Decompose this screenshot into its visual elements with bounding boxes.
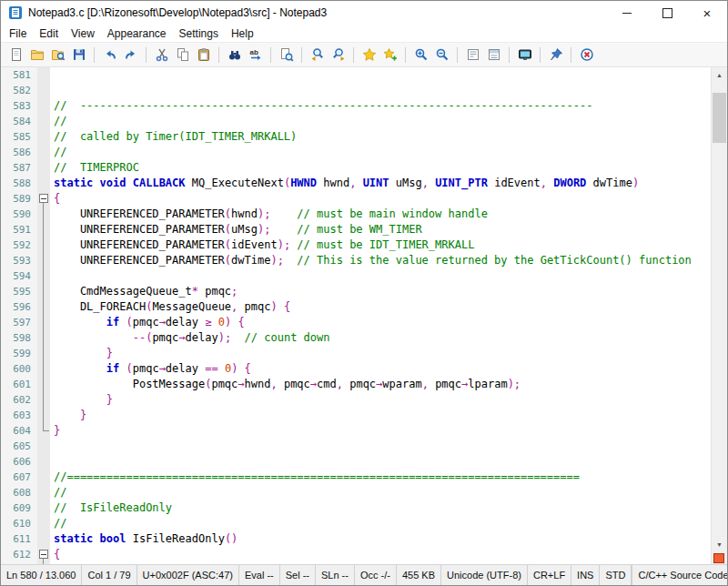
code-line[interactable]: 594 <box>1 268 712 284</box>
code-line[interactable]: 588static void CALLBACK MQ_ExecuteNext(H… <box>1 176 712 191</box>
menu-file[interactable]: File <box>3 25 33 42</box>
cut-button[interactable] <box>151 45 172 65</box>
scheme-view-button[interactable] <box>462 45 483 65</box>
code-line[interactable]: 589{ <box>1 191 712 207</box>
line-number[interactable]: 600 <box>1 361 37 377</box>
code-line[interactable]: 608// <box>1 485 712 500</box>
line-number[interactable]: 602 <box>1 392 37 408</box>
statusbar-eval-info[interactable]: Eval -- <box>239 565 280 585</box>
line-number[interactable]: 583 <box>1 98 37 114</box>
code-line[interactable]: 581 <box>1 67 712 83</box>
menu-settings[interactable]: Settings <box>173 25 225 42</box>
code-line[interactable]: 613 return (Path_IsNotEmpty(Paths.Curren… <box>1 562 712 564</box>
minimize-button[interactable] <box>607 1 647 25</box>
line-number[interactable]: 608 <box>1 485 37 500</box>
add-favorite-button[interactable] <box>359 45 379 65</box>
code-line[interactable]: 582 <box>1 83 712 98</box>
code-line[interactable]: 610// <box>1 516 712 531</box>
pin-window-button[interactable] <box>545 45 566 65</box>
line-number[interactable]: 604 <box>1 423 37 439</box>
statusbar-line-info[interactable]: Ln 580 / 13.060 <box>1 565 82 585</box>
line-number[interactable]: 592 <box>1 237 37 253</box>
code-area[interactable]: 581582583// ----------------------------… <box>1 67 712 564</box>
code-line[interactable]: 583// ----------------------------------… <box>1 98 712 114</box>
line-number[interactable]: 598 <box>1 330 37 346</box>
open-file-button[interactable] <box>26 45 47 65</box>
line-number[interactable]: 594 <box>1 268 37 284</box>
code-line[interactable]: 600 if (pmqc→delay == 0) { <box>1 361 712 377</box>
line-number[interactable]: 593 <box>1 253 37 268</box>
code-line[interactable]: 593 UNREFERENCED_PARAMETER(dwTime); // T… <box>1 253 712 268</box>
code-line[interactable]: 591 UNREFERENCED_PARAMETER(uMsg); // mus… <box>1 222 712 237</box>
menu-edit[interactable]: Edit <box>33 25 65 42</box>
statusbar-column-info[interactable]: Col 1 / 79 <box>82 565 136 585</box>
new-file-button[interactable] <box>5 45 26 65</box>
line-number[interactable]: 584 <box>1 114 37 129</box>
manage-favorites-button[interactable] <box>379 45 400 65</box>
vertical-scrollbar[interactable]: ▲ ▼ <box>711 67 727 564</box>
code-line[interactable]: 585// called by Timer(IDT_TIMER_MRKALL) <box>1 129 712 145</box>
line-number[interactable]: 585 <box>1 129 37 145</box>
line-number[interactable]: 587 <box>1 160 37 176</box>
fold-toggle[interactable] <box>37 191 50 207</box>
code-line[interactable]: 605 <box>1 439 712 454</box>
line-number[interactable]: 591 <box>1 222 37 237</box>
line-number[interactable]: 588 <box>1 176 37 191</box>
line-number[interactable]: 586 <box>1 145 37 160</box>
statusbar-eol-mode[interactable]: CR+LF <box>528 565 571 585</box>
line-number[interactable]: 599 <box>1 346 37 361</box>
code-line[interactable]: 603 } <box>1 408 712 423</box>
line-number[interactable]: 582 <box>1 83 37 98</box>
save-file-button[interactable] <box>68 45 89 65</box>
code-line[interactable]: 611static bool IsFileReadOnly() <box>1 531 712 547</box>
line-number[interactable]: 606 <box>1 454 37 470</box>
code-line[interactable]: 590 UNREFERENCED_PARAMETER(hwnd); // mus… <box>1 207 712 222</box>
line-number[interactable]: 610 <box>1 516 37 531</box>
line-number[interactable]: 597 <box>1 315 37 330</box>
line-number[interactable]: 601 <box>1 377 37 392</box>
statusbar-file-size[interactable]: 455 KB <box>397 565 441 585</box>
line-number[interactable]: 613 <box>1 562 37 564</box>
code-line[interactable]: 596 DL_FOREACH(MessageQueue, pmqc) { <box>1 299 712 315</box>
code-line[interactable]: 595 CmdMessageQueue_t* pmqc; <box>1 284 712 299</box>
line-number[interactable]: 612 <box>1 547 37 562</box>
find-in-page-button[interactable] <box>276 45 297 65</box>
statusbar-selection-info[interactable]: Sel -- <box>280 565 316 585</box>
code-line[interactable]: 597 if (pmqc→delay ≥ 0) { <box>1 315 712 330</box>
line-number[interactable]: 611 <box>1 531 37 547</box>
code-line[interactable]: 587// TIMERPROC <box>1 160 712 176</box>
line-number[interactable]: 589 <box>1 191 37 207</box>
scrollbar-thumb[interactable] <box>713 93 726 143</box>
code-line[interactable]: 606 <box>1 454 712 470</box>
maximize-button[interactable] <box>647 1 687 25</box>
find-button[interactable] <box>224 45 245 65</box>
paste-button[interactable] <box>193 45 214 65</box>
replace-button[interactable]: ab <box>245 45 266 65</box>
code-line[interactable]: 607//===================================… <box>1 470 712 485</box>
find-next-button[interactable] <box>328 45 349 65</box>
editor[interactable]: 581582583// ----------------------------… <box>1 67 727 564</box>
code-line[interactable]: 601 PostMessage(pmqc→hwnd, pmqc→cmd, pmq… <box>1 377 712 392</box>
menu-view[interactable]: View <box>65 25 101 42</box>
code-line[interactable]: 604} <box>1 423 712 439</box>
fullscreen-button[interactable] <box>514 45 535 65</box>
fold-toggle[interactable] <box>37 547 50 562</box>
statusbar-insert-mode[interactable]: INS <box>571 565 600 585</box>
statusbar-occurrences-info[interactable]: Occ -/- <box>355 565 397 585</box>
find-previous-button[interactable] <box>307 45 328 65</box>
line-number[interactable]: 590 <box>1 207 37 222</box>
code-line[interactable]: 584// <box>1 114 712 129</box>
code-line[interactable]: 586// <box>1 145 712 160</box>
line-number[interactable]: 605 <box>1 439 37 454</box>
line-number[interactable]: 607 <box>1 470 37 485</box>
statusbar-syntax-scheme[interactable]: C/C++ Source Code <box>632 565 727 585</box>
menu-appearance[interactable]: Appearance <box>101 25 173 42</box>
browse-files-button[interactable] <box>47 45 68 65</box>
scroll-down-button[interactable]: ▼ <box>712 537 727 551</box>
statusbar-unicode-info[interactable]: U+0x002F (ASC:47) <box>137 565 239 585</box>
code-line[interactable]: 592 UNREFERENCED_PARAMETER(idEvent); // … <box>1 237 712 253</box>
line-number[interactable]: 595 <box>1 284 37 299</box>
code-line[interactable]: 598 --(pmqc→delay); // count down <box>1 330 712 346</box>
exit-button[interactable] <box>576 45 597 65</box>
undo-button[interactable] <box>99 45 120 65</box>
